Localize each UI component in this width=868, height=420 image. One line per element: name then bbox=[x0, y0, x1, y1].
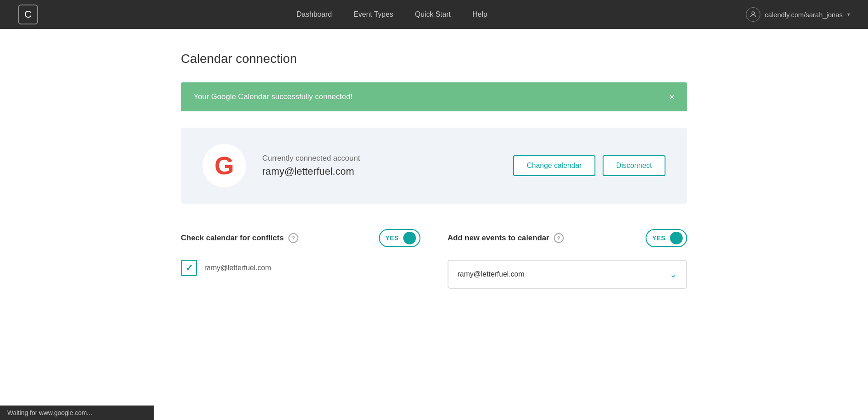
main-content: Calendar connection Your Google Calendar… bbox=[118, 29, 750, 316]
add-events-help-icon[interactable]: ? bbox=[554, 233, 564, 243]
check-conflicts-label: Check calendar for conflicts bbox=[181, 234, 284, 243]
check-conflicts-toggle-label: YES bbox=[385, 234, 399, 242]
account-label: Currently connected account bbox=[262, 154, 513, 163]
add-events-toggle-label: YES bbox=[652, 234, 665, 242]
checkbox-check-icon: ✓ bbox=[185, 262, 193, 273]
banner-message: Your Google Calendar successfully connec… bbox=[193, 92, 353, 101]
add-events-dropdown-chevron-icon: ⌄ bbox=[670, 269, 677, 280]
google-logo-circle: G bbox=[203, 144, 246, 187]
user-url: calendly.com/sarah_jonas bbox=[765, 11, 843, 19]
add-events-toggle-dot bbox=[670, 232, 683, 244]
nav-links: Dashboard Event Types Quick Start Help bbox=[60, 10, 724, 19]
account-card: G Currently connected account ramy@lette… bbox=[181, 128, 687, 204]
user-menu[interactable]: calendly.com/sarah_jonas ▾ bbox=[746, 7, 850, 22]
add-events-label-row: Add new events to calendar ? bbox=[448, 233, 564, 243]
add-events-dropdown-value: ramy@letterfuel.com bbox=[458, 270, 524, 278]
check-conflicts-toggle[interactable]: YES bbox=[379, 229, 420, 247]
add-events-label: Add new events to calendar bbox=[448, 234, 549, 243]
page-title: Calendar connection bbox=[181, 52, 687, 66]
settings-grid: Check calendar for conflicts ? YES ✓ ram… bbox=[181, 229, 687, 289]
check-conflicts-help-icon[interactable]: ? bbox=[288, 233, 298, 243]
svg-point-0 bbox=[752, 12, 755, 14]
check-conflicts-block: Check calendar for conflicts ? YES ✓ ram… bbox=[181, 229, 420, 289]
nav-dashboard[interactable]: Dashboard bbox=[297, 10, 332, 19]
conflict-email-row: ✓ ramy@letterfuel.com bbox=[181, 260, 420, 276]
user-menu-chevron-icon: ▾ bbox=[847, 11, 850, 18]
banner-close-button[interactable]: × bbox=[669, 92, 675, 101]
google-g-icon: G bbox=[214, 153, 234, 178]
conflict-email-checkbox[interactable]: ✓ bbox=[181, 260, 197, 276]
logo-text: C bbox=[24, 9, 32, 20]
account-info: Currently connected account ramy@letterf… bbox=[262, 154, 513, 177]
account-actions: Change calendar Disconnect bbox=[513, 155, 665, 176]
user-avatar-icon bbox=[746, 7, 760, 22]
check-conflicts-toggle-dot bbox=[403, 232, 416, 244]
check-conflicts-header: Check calendar for conflicts ? YES bbox=[181, 229, 420, 247]
navbar: C Dashboard Event Types Quick Start Help… bbox=[0, 0, 868, 29]
check-conflicts-label-row: Check calendar for conflicts ? bbox=[181, 233, 298, 243]
add-events-header: Add new events to calendar ? YES bbox=[448, 229, 687, 247]
add-events-dropdown[interactable]: ramy@letterfuel.com ⌄ bbox=[448, 260, 687, 289]
add-events-block: Add new events to calendar ? YES ramy@le… bbox=[448, 229, 687, 289]
success-banner: Your Google Calendar successfully connec… bbox=[181, 82, 687, 111]
nav-event-types[interactable]: Event Types bbox=[354, 10, 393, 19]
nav-quick-start[interactable]: Quick Start bbox=[415, 10, 451, 19]
conflict-email-label: ramy@letterfuel.com bbox=[204, 264, 271, 272]
change-calendar-button[interactable]: Change calendar bbox=[513, 155, 595, 176]
nav-help[interactable]: Help bbox=[472, 10, 487, 19]
disconnect-button[interactable]: Disconnect bbox=[603, 155, 665, 176]
account-email: ramy@letterfuel.com bbox=[262, 166, 513, 177]
logo[interactable]: C bbox=[18, 5, 38, 24]
add-events-toggle[interactable]: YES bbox=[646, 229, 687, 247]
